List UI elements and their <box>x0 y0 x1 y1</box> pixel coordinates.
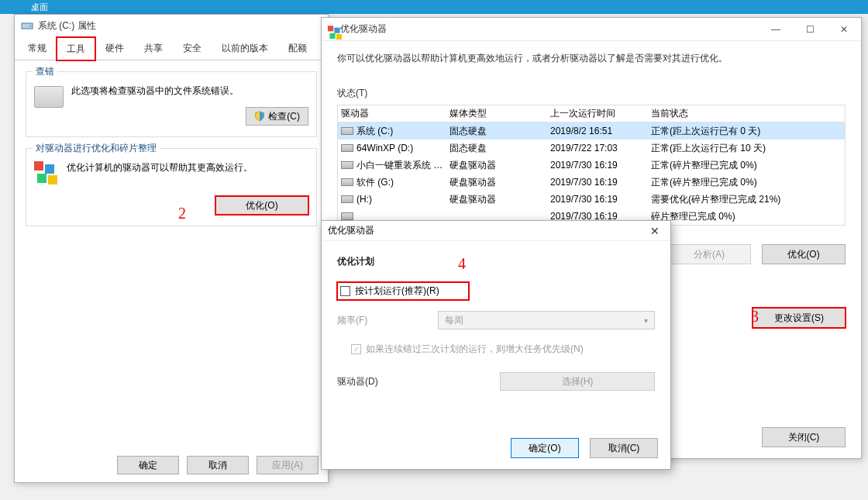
properties-title-text: 系统 (C:) 属性 <box>38 19 96 33</box>
cell-media: 硬盘驱动器 <box>450 176 550 189</box>
tab-sharing[interactable]: 共享 <box>134 36 173 60</box>
optimize-group: 对驱动器进行优化和碎片整理 优化计算机的驱动器可以帮助其更高效运行。 优化(O)… <box>26 148 317 226</box>
cell-status: 需要优化(碎片整理已完成 21%) <box>651 193 845 206</box>
properties-titlebar[interactable]: 系统 (C:) 属性 <box>15 15 328 36</box>
analyze-button[interactable]: 分析(A) <box>667 244 751 264</box>
cell-last: 2019/7/30 16:19 <box>550 177 651 188</box>
apply-button[interactable]: 应用(A) <box>257 456 319 474</box>
schedule-ok-button[interactable]: 确定(O) <box>511 438 579 458</box>
choose-drives-button[interactable]: 选择(H) <box>500 372 655 391</box>
annotation-2: 2 <box>178 205 186 222</box>
cell-status: 正常(距上次运行已有 10 天) <box>651 142 845 155</box>
optimize-titlebar[interactable]: 优化驱动器 — ☐ ✕ <box>322 18 861 41</box>
table-row[interactable]: 小白一键重装系统 …硬盘驱动器2019/7/30 16:19正常(碎片整理已完成… <box>338 157 845 174</box>
cell-status: 碎片整理已完成 0%) <box>651 210 845 223</box>
col-last[interactable]: 上一次运行时间 <box>550 107 651 120</box>
drive-table: 驱动器 媒体类型 上一次运行时间 当前状态 系统 (C:)固态硬盘2019/8/… <box>337 105 846 226</box>
tab-general[interactable]: 常规 <box>18 36 57 60</box>
desktop-titlebar: 桌面 <box>0 0 868 14</box>
cell-status: 正常(距上次运行已有 0 天) <box>651 125 845 138</box>
annotation-4: 4 <box>458 255 466 273</box>
check-button-label: 检查(C) <box>268 110 300 123</box>
svg-point-1 <box>29 26 31 27</box>
check-button[interactable]: 检查(C) <box>246 107 308 126</box>
schedule-dialog: 优化驱动器 ✕ 优化计划 4 按计划运行(推荐)(R) 频率(F) 每周 ▾ 如… <box>321 220 671 470</box>
tab-hardware[interactable]: 硬件 <box>95 36 134 60</box>
drive-icon <box>341 161 353 169</box>
run-on-schedule-row[interactable]: 按计划运行(推荐)(R) <box>337 282 469 300</box>
drive-icon <box>341 127 353 135</box>
increase-priority-checkbox <box>351 344 361 354</box>
tab-tools[interactable]: 工具 <box>57 37 95 60</box>
cell-last: 2019/7/30 16:19 <box>550 160 651 171</box>
increase-priority-label: 如果连续错过三次计划的运行，则增大任务优先级(N) <box>366 343 584 356</box>
annotation-3: 3 <box>751 308 759 326</box>
cell-drive: 小白一键重装系统 … <box>356 159 443 172</box>
cell-media: 固态硬盘 <box>450 142 550 155</box>
tab-previous[interactable]: 以前的版本 <box>212 36 278 60</box>
properties-dialog: 系统 (C:) 属性 常规 工具 硬件 共享 安全 以前的版本 配额 1 查错 … <box>14 14 329 483</box>
error-checking-desc: 此选项将检查驱动器中的文件系统错误。 <box>71 84 308 98</box>
defrag-icon <box>34 161 59 186</box>
cell-last: 2019/8/2 16:51 <box>550 126 651 136</box>
status-label: 状态(T) <box>337 87 846 100</box>
tab-security[interactable]: 安全 <box>173 36 212 60</box>
error-checking-title: 查错 <box>33 65 57 78</box>
cell-drive: 系统 (C:) <box>356 125 393 138</box>
schedule-heading: 优化计划 <box>337 255 655 268</box>
frequency-combo[interactable]: 每周 ▾ <box>438 311 655 329</box>
drive-icon <box>34 86 64 108</box>
cell-drive: 64WinXP (D:) <box>356 143 413 153</box>
cell-drive: 软件 (G:) <box>356 176 394 189</box>
schedule-cancel-button[interactable]: 取消(C) <box>590 438 658 458</box>
optimize-button[interactable]: 优化(O) <box>215 196 308 215</box>
optimize-title-text: 优化驱动器 <box>340 22 387 36</box>
drive-icon <box>341 212 353 220</box>
close-button[interactable]: ✕ <box>827 18 861 41</box>
optimize-drives-button[interactable]: 优化(O) <box>762 244 846 264</box>
chevron-down-icon: ▾ <box>644 316 648 325</box>
optimize-title: 对驱动器进行优化和碎片整理 <box>33 142 160 155</box>
table-row[interactable]: (H:)硬盘驱动器2019/7/30 16:19需要优化(碎片整理已完成 21%… <box>338 191 845 208</box>
schedule-titlebar[interactable]: 优化驱动器 ✕ <box>322 221 670 241</box>
table-row[interactable]: 软件 (G:)硬盘驱动器2019/7/30 16:19正常(碎片整理已完成 0%… <box>338 174 845 191</box>
frequency-label: 频率(F) <box>337 314 438 327</box>
run-on-schedule-checkbox[interactable] <box>340 286 350 296</box>
table-header: 驱动器 媒体类型 上一次运行时间 当前状态 <box>338 105 845 122</box>
cell-media: 硬盘驱动器 <box>450 159 550 172</box>
schedule-title-text: 优化驱动器 <box>328 224 374 237</box>
error-checking-group: 查错 此选项将检查驱动器中的文件系统错误。 检查(C) <box>26 71 317 137</box>
properties-button-row: 确定 取消 应用(A) <box>117 456 319 474</box>
defrag-icon <box>328 26 336 33</box>
frequency-value: 每周 <box>445 314 463 327</box>
cell-status: 正常(碎片整理已完成 0%) <box>651 176 845 189</box>
ok-button[interactable]: 确定 <box>117 456 179 474</box>
drive-icon <box>341 195 353 203</box>
drive-icon <box>341 144 353 152</box>
maximize-button[interactable]: ☐ <box>793 18 827 41</box>
cell-last: 2019/7/30 16:19 <box>550 194 651 205</box>
table-row[interactable]: 系统 (C:)固态硬盘2019/8/2 16:51正常(距上次运行已有 0 天) <box>338 122 845 140</box>
cell-media: 硬盘驱动器 <box>450 193 550 206</box>
change-settings-button[interactable]: 更改设置(S) <box>753 308 846 328</box>
close-window-button[interactable]: 关闭(C) <box>762 427 846 447</box>
cell-drive: (H:) <box>356 194 372 205</box>
shield-icon <box>254 111 265 122</box>
minimize-button[interactable]: — <box>759 18 793 41</box>
tab-strip: 常规 工具 硬件 共享 安全 以前的版本 配额 <box>15 36 328 60</box>
tab-quota[interactable]: 配额 <box>278 36 317 60</box>
optimize-description: 你可以优化驱动器以帮助计算机更高效地运行，或者分析驱动器以了解是否需要对其进行优… <box>337 52 846 65</box>
cell-last: 2019/7/22 17:03 <box>550 143 651 153</box>
col-status[interactable]: 当前状态 <box>651 107 845 120</box>
drive-icon <box>341 178 353 186</box>
cell-status: 正常(碎片整理已完成 0%) <box>651 159 845 172</box>
cancel-button[interactable]: 取消 <box>187 456 249 474</box>
col-drive[interactable]: 驱动器 <box>341 107 450 120</box>
col-media[interactable]: 媒体类型 <box>450 107 550 120</box>
cell-media: 固态硬盘 <box>450 125 550 138</box>
run-on-schedule-label: 按计划运行(推荐)(R) <box>355 284 439 298</box>
optimize-desc: 优化计算机的驱动器可以帮助其更高效运行。 <box>67 161 308 174</box>
table-row[interactable]: 64WinXP (D:)固态硬盘2019/7/22 17:03正常(距上次运行已… <box>338 140 845 157</box>
close-icon[interactable]: ✕ <box>646 225 664 237</box>
drive-icon <box>21 19 33 32</box>
